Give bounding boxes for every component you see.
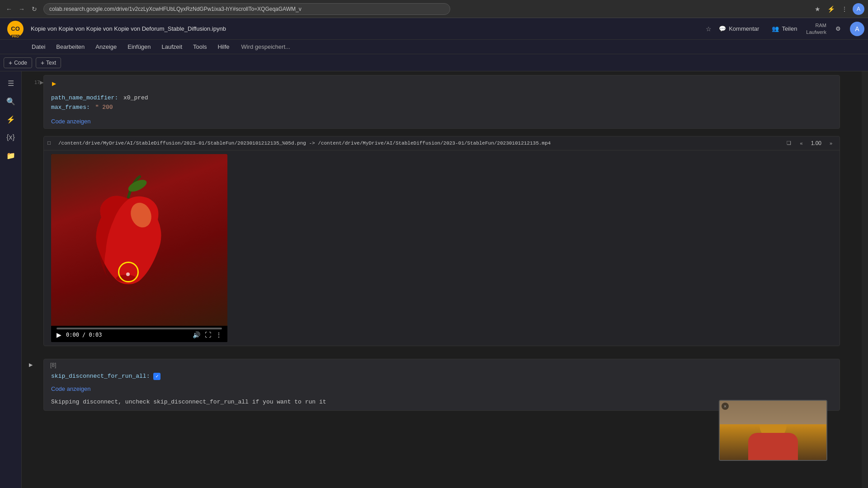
menu-einfuegen[interactable]: Einfügen — [123, 42, 155, 52]
saving-status: Wird gespeichert... — [241, 43, 290, 50]
controls-right: 🔊 ⛶ ⋮ — [193, 331, 222, 338]
left-sidebar: ☰ 🔍 ⚡ {x} 📁 — [0, 71, 22, 488]
cell8-header: [8] — [44, 359, 840, 371]
colab-logo[interactable]: CO — [4, 20, 27, 38]
apple-illustration — [74, 172, 183, 308]
menu-anzeige[interactable]: Anzeige — [91, 42, 121, 52]
video-progress-bar[interactable] — [57, 328, 222, 329]
svg-point-2 — [116, 275, 136, 282]
sidebar-menu-icon[interactable]: ☰ — [3, 75, 19, 91]
settings-button[interactable]: ⚙ — [832, 23, 844, 34]
output-cell-content: □ /content/drive/MyDrive/AI/StableDiffus… — [43, 136, 840, 346]
menu-datei[interactable]: Datei — [27, 42, 50, 52]
play-button[interactable]: ▶ — [57, 331, 61, 338]
logo-circle: CO — [7, 21, 24, 37]
back-button[interactable]: ← — [4, 4, 14, 14]
extension-icon[interactable]: ⚡ — [826, 4, 836, 14]
add-text-button[interactable]: + Text — [36, 57, 61, 68]
forward-button[interactable]: → — [16, 4, 27, 14]
checkbox-row: skip_disconnect_for_run_all: ✓ — [44, 371, 840, 384]
time-display: 0:00 / 0:03 — [66, 332, 102, 338]
more-icon[interactable]: ⋮ — [216, 331, 222, 338]
menu-laufzeit[interactable]: Laufzeit — [157, 42, 187, 52]
sidebar-search-icon[interactable]: 🔍 — [3, 93, 19, 109]
output-left-btn[interactable]: « — [797, 138, 807, 148]
path-name-label: path_name_modifier: — [51, 94, 118, 101]
bookmark-icon[interactable]: ★ — [812, 4, 823, 14]
cell8-label: [8] — [47, 361, 59, 369]
cell8-run-button[interactable]: ▶ — [25, 360, 36, 371]
output-controls: ❏ « 1.00 » — [784, 138, 836, 148]
menu-bearbeiten[interactable]: Bearbeiten — [52, 42, 89, 52]
fullscreen-icon[interactable]: ⛶ — [205, 331, 211, 338]
ram-status: RAM Laufwerk — [806, 22, 826, 35]
controls-row: ▶ 0:00 / 0:03 🔊 ⛶ ⋮ — [57, 331, 222, 338]
share-button[interactable]: 👥 Teilen — [768, 23, 801, 34]
video-frame — [51, 154, 227, 326]
output-cell: □ /content/drive/MyDrive/AI/StableDiffus… — [22, 134, 862, 348]
menu-tools[interactable]: Tools — [189, 42, 211, 52]
menu-hilfe[interactable]: Hilfe — [213, 42, 234, 52]
menu-bar: Datei Bearbeiten Anzeige Einfügen Laufze… — [0, 40, 868, 54]
code-cell-top: 17▶ ▶ path_name_modifier: x0_pred max_fr… — [22, 73, 862, 131]
webcam-close-btn[interactable]: × — [722, 403, 729, 410]
path-name-value: x0_pred — [123, 94, 148, 101]
settings-icon[interactable]: ⋮ — [839, 4, 850, 14]
toolbar: + Code + Text — [0, 54, 868, 71]
notebook-title: Kopie von Kopie von Kopie von Kopie von … — [31, 25, 700, 32]
comment-button[interactable]: 💬 Kommentar — [715, 23, 763, 34]
output-right-btn[interactable]: » — [826, 138, 836, 148]
star-icon[interactable]: ☆ — [706, 25, 712, 33]
top-profile-avatar[interactable]: A — [850, 22, 864, 36]
max-frames-value: " 200 — [95, 104, 113, 111]
output-toggle-icon[interactable]: □ — [47, 140, 55, 147]
run-button[interactable]: ▶ — [47, 77, 60, 90]
volume-icon[interactable]: 🔊 — [193, 331, 200, 338]
webcam-video-feed — [720, 401, 826, 460]
cursor-dot — [126, 272, 130, 276]
nav-buttons: ← → ↻ — [4, 4, 40, 14]
top-bar-right: 💬 Kommentar 👥 Teilen RAM Laufwerk ⚙ A — [715, 22, 864, 36]
webcam-overlay: × — [719, 400, 827, 461]
sidebar-variable-icon[interactable]: {x} — [3, 129, 19, 145]
reload-button[interactable]: ↻ — [29, 4, 40, 14]
browser-right-icons: ★ ⚡ ⋮ A — [812, 3, 864, 15]
cell8-run-area: ▶ — [25, 360, 36, 371]
profile-avatar[interactable]: A — [853, 3, 864, 15]
output-zoom-value: 1.00 — [809, 139, 823, 147]
output-cell-header: □ /content/drive/MyDrive/AI/StableDiffus… — [44, 136, 840, 150]
right-scrollbar — [862, 71, 868, 488]
add-code-button[interactable]: + Code — [4, 57, 32, 68]
url-text: colab.research.google.com/drive/1v2czLyX… — [49, 6, 302, 12]
code-content: path_name_modifier: x0_pred max_frames: … — [44, 92, 840, 116]
output-expand-btn[interactable]: ❏ — [784, 138, 794, 148]
output-path-text: /content/drive/MyDrive/AI/StableDiffusio… — [58, 141, 780, 146]
top-bar: CO Kopie von Kopie von Kopie von Kopie v… — [0, 18, 868, 40]
browser-chrome: ← → ↻ colab.research.google.com/drive/1v… — [0, 0, 868, 18]
code-cell-content: ▶ path_name_modifier: x0_pred max_frames… — [43, 75, 840, 129]
webcam-torso — [748, 433, 798, 460]
video-controls: ▶ 0:00 / 0:03 🔊 ⛶ ⋮ — [51, 326, 227, 342]
video-container: ▶ 0:00 / 0:03 🔊 ⛶ ⋮ — [51, 154, 227, 342]
cell-line-number: 17▶ — [34, 80, 43, 85]
code-cell-header: ▶ — [44, 75, 840, 92]
address-bar[interactable]: colab.research.google.com/drive/1v2czLyX… — [43, 3, 450, 15]
skip-label: skip_disconnect_for_run_all: — [51, 373, 150, 380]
sidebar-files-icon[interactable]: 📁 — [3, 147, 19, 164]
cell8-show-code[interactable]: Code anzeigen — [44, 384, 98, 396]
sidebar-code-icon[interactable]: ⚡ — [3, 111, 19, 127]
show-code-button[interactable]: Code anzeigen — [44, 116, 98, 128]
skip-checkbox[interactable]: ✓ — [153, 373, 160, 380]
max-frames-label: max_frames: — [51, 104, 90, 111]
